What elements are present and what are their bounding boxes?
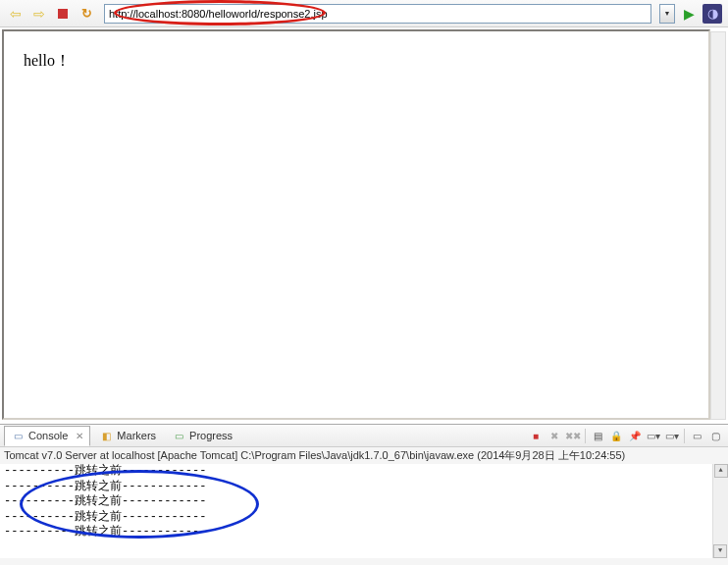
pin-console-button[interactable]: 📌: [626, 427, 644, 444]
forward-arrow-icon: ⇨: [33, 6, 45, 22]
scroll-lock-button[interactable]: 🔒: [607, 427, 625, 444]
url-dropdown-button[interactable]: ▼: [659, 4, 675, 24]
tab-progress-label: Progress: [189, 430, 233, 441]
console-output: ----------跳转之前------------ ----------跳转之…: [0, 464, 728, 558]
console-toolbar: ■ ✖ ✖✖ ▤ 🔒 📌 ▭▾ ▭▾ ▭ ▢: [527, 427, 724, 444]
back-arrow-icon: ⇦: [10, 6, 22, 22]
tab-markers[interactable]: ◧ Markers: [92, 426, 163, 446]
console-line: ----------跳转之前------------: [4, 480, 724, 495]
status-server: Tomcat v7.0 Server at localhost: [4, 449, 154, 461]
stop-icon: [58, 9, 68, 19]
page-body: hello！: [2, 29, 710, 420]
progress-icon: ▭: [172, 429, 185, 442]
status-timestamp: (2014年9月28日 上午10:24:55): [477, 449, 625, 461]
status-bracket: [Apache Tomcat]: [158, 449, 238, 461]
views-tab-bar: ▭ Console ✕ ◧ Markers ▭ Progress ■ ✖ ✖✖ …: [0, 425, 728, 447]
tab-markers-label: Markers: [117, 430, 156, 441]
back-button[interactable]: ⇦: [6, 4, 26, 24]
browser-toolbar: ⇦ ⇨ ↻ ▼ ▶ ◑: [0, 0, 728, 27]
bottom-panel: ▭ Console ✕ ◧ Markers ▭ Progress ■ ✖ ✖✖ …: [0, 424, 728, 565]
stop-button[interactable]: [53, 4, 73, 24]
url-input[interactable]: [104, 4, 651, 24]
maximize-view-button[interactable]: ▢: [706, 427, 724, 444]
console-icon: ▭: [11, 429, 25, 442]
console-line: ----------跳转之前------------: [4, 525, 724, 540]
refresh-icon: ↻: [81, 6, 92, 21]
page-text: hello！: [24, 52, 71, 69]
tab-console-label: Console: [28, 430, 68, 441]
tab-console[interactable]: ▭ Console ✕: [4, 426, 90, 446]
console-line: ----------跳转之前------------: [4, 464, 724, 480]
remove-all-button[interactable]: ✖✖: [564, 427, 582, 444]
chevron-down-icon: ▼: [664, 10, 671, 17]
browser-pane: hello！: [0, 27, 728, 424]
console-status-line: Tomcat v7.0 Server at localhost [Apache …: [0, 447, 728, 464]
go-button[interactable]: ▶: [679, 4, 699, 24]
browser-scrollbar[interactable]: [710, 31, 726, 420]
console-scrollbar[interactable]: ▲ ▼: [712, 464, 728, 558]
status-path: C:\Program Files\Java\jdk1.7.0_67\bin\ja…: [240, 449, 474, 461]
tab-console-close[interactable]: ✕: [76, 431, 83, 441]
scroll-up-icon[interactable]: ▲: [714, 464, 728, 478]
go-icon: ▶: [684, 6, 695, 22]
forward-button[interactable]: ⇨: [29, 4, 49, 24]
tab-progress[interactable]: ▭ Progress: [165, 426, 239, 446]
remove-launch-button[interactable]: ✖: [546, 427, 563, 444]
eclipse-icon: ◑: [702, 4, 722, 24]
terminate-button[interactable]: ■: [527, 427, 545, 444]
scroll-down-icon[interactable]: ▼: [713, 544, 727, 558]
markers-icon: ◧: [99, 429, 113, 442]
refresh-button[interactable]: ↻: [77, 4, 96, 24]
clear-console-button[interactable]: ▤: [589, 427, 606, 444]
display-selected-button[interactable]: ▭▾: [645, 427, 662, 444]
open-console-button[interactable]: ▭▾: [663, 427, 681, 444]
minimize-view-button[interactable]: ▭: [688, 427, 705, 444]
console-line: ----------跳转之前------------: [4, 510, 724, 526]
console-line: ----------跳转之前------------: [4, 494, 724, 510]
